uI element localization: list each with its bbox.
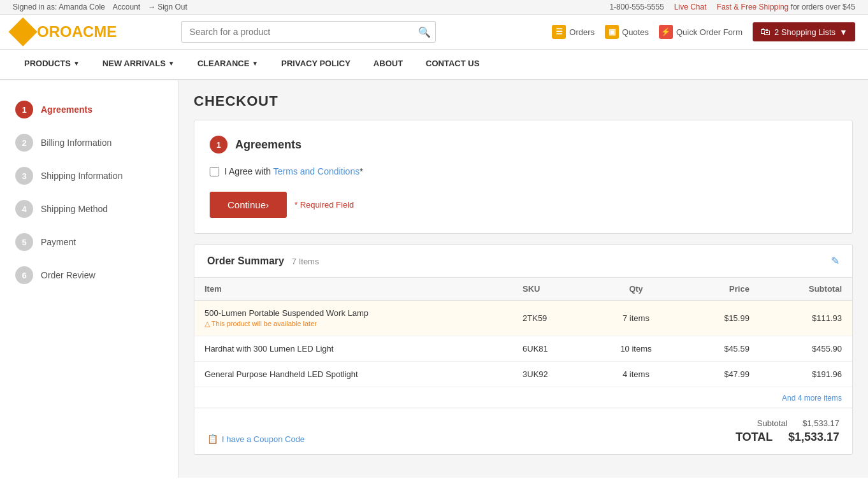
quotes-link[interactable]: ▣ Quotes [605,25,649,39]
quick-order-label: Quick Order Form [676,27,742,37]
order-summary-card: Order Summary 7 Items ✎ Item SKU Qty Pri… [194,244,853,455]
edit-order-icon[interactable]: ✎ [831,255,839,267]
header-actions: ☰ Orders ▣ Quotes ⚡ Quick Order Form 🛍 2… [552,22,855,41]
warning-icon: △ [205,320,210,327]
step-1-circle: 1 [15,101,33,118]
bottom-section: 📋 I have a Coupon Code Subtotal $1,533.1… [194,408,852,454]
logo-text: OROACME [37,23,117,41]
table-header-row: Item SKU Qty Price Subtotal [194,278,852,301]
search-button[interactable]: 🔍 [418,26,431,38]
quotes-label: Quotes [622,27,649,37]
top-bar-right: 1-800-555-5555 Live Chat Fast & Free Shi… [609,3,855,11]
nav-item-clearance[interactable]: CLEARANCE ▼ [186,50,270,79]
order-summary-header: Order Summary 7 Items ✎ [194,245,852,278]
step-2-circle: 2 [15,134,33,152]
totals-section: Subtotal $1,533.17 TOTAL $1,533.17 [723,418,839,444]
coupon-icon: 📋 [207,434,218,444]
row1-qty: 7 items [591,301,681,336]
sidebar-item-agreements[interactable]: 1 Agreements [0,93,178,126]
sidebar-item-payment[interactable]: 5 Payment [0,225,178,259]
agreements-checkbox-row: I Agree with Terms and Conditions* [210,166,837,176]
more-items-link[interactable]: And 4 more items [782,394,842,403]
quick-order-icon: ⚡ [659,25,673,39]
sidebar-label-billing: Billing Information [41,138,112,148]
col-price: Price [681,278,760,301]
step-4-circle: 4 [15,200,33,218]
sidebar-item-billing[interactable]: 2 Billing Information [0,126,178,159]
agreements-section-header: 1 Agreements [210,136,837,154]
row1-price: $15.99 [681,301,760,336]
shopping-lists-chevron-icon: ▼ [839,27,848,37]
account-link[interactable]: Account [113,3,140,11]
nav-item-about[interactable]: ABOUT [362,50,414,79]
terms-link[interactable]: Terms and Conditions [273,166,359,176]
main-nav: PRODUCTS ▼ NEW ARRIVALS ▼ CLEARANCE ▼ PR… [0,50,868,80]
nav-item-products[interactable]: PRODUCTS ▼ [13,50,91,79]
live-chat-link[interactable]: Live Chat [674,3,707,11]
row3-sku: 3UK92 [512,362,591,387]
agreements-title: Agreements [235,138,301,152]
subtotal-row: Subtotal $1,533.17 [723,418,839,428]
sidebar-label-agreements: Agreements [41,104,92,115]
row1-subtotal: $111.93 [760,301,852,336]
sidebar-item-shipping-method[interactable]: 4 Shipping Method [0,192,178,225]
sidebar-label-payment: Payment [41,237,76,247]
page-title: CHECKOUT [194,93,853,110]
nav-item-new-arrivals[interactable]: NEW ARRIVALS ▼ [91,50,186,79]
total-row: TOTAL $1,533.17 [723,431,839,444]
sidebar-label-shipping-method: Shipping Method [41,204,108,214]
row2-qty: 10 items [591,336,681,362]
coupon-label: I have a Coupon Code [222,434,305,444]
step-3-circle: 3 [15,167,33,185]
coupon-link[interactable]: 📋 I have a Coupon Code [207,434,305,444]
continue-button[interactable]: Continue› [210,192,287,218]
table-row: 500-Lumen Portable Suspended Work Lamp △… [194,301,852,336]
top-bar: Signed in as: Amanda Cole Account →Sign … [0,0,868,15]
sidebar-item-order-review[interactable]: 6 Order Review [0,259,178,292]
quick-order-link[interactable]: ⚡ Quick Order Form [659,25,742,39]
sidebar-label-order-review: Order Review [41,270,96,280]
terms-checkbox[interactable] [210,167,219,176]
col-qty: Qty [591,278,681,301]
row2-sku: 6UK81 [512,336,591,362]
orders-link[interactable]: ☰ Orders [552,25,595,39]
sign-out-icon: → [148,3,156,11]
continue-row: Continue› * Required Field [210,192,837,218]
agreements-card-body: 1 Agreements I Agree with Terms and Cond… [194,120,852,233]
col-item: Item [194,278,512,301]
sidebar: 1 Agreements 2 Billing Information 3 Shi… [0,80,178,478]
required-field-text: * Required Field [294,200,354,210]
orders-label: Orders [569,27,595,37]
order-summary-title-group: Order Summary 7 Items [207,255,319,267]
col-subtotal: Subtotal [760,278,852,301]
row2-subtotal: $455.90 [760,336,852,362]
row1-sku: 2TK59 [512,301,591,336]
agreements-number: 1 [210,136,228,154]
shopping-lists-button[interactable]: 🛍 2 Shopping Lists ▼ [753,22,855,41]
search-bar: 🔍 [181,21,436,43]
shopping-lists-icon: 🛍 [760,26,770,38]
order-summary-title: Order Summary [207,255,284,266]
signed-in-text: Signed in as: Amanda Cole [13,3,105,11]
products-chevron-icon: ▼ [73,60,80,67]
main-layout: 1 Agreements 2 Billing Information 3 Shi… [0,80,868,478]
more-items-row: And 4 more items [194,387,852,408]
orders-icon: ☰ [552,25,566,39]
total-value: $1,533.17 [788,431,839,443]
sidebar-item-shipping-info[interactable]: 3 Shipping Information [0,159,178,192]
checkbox-label-text: I Agree with Terms and Conditions* [224,166,363,176]
row1-warning: △ This product will be available later [205,320,502,328]
order-table: Item SKU Qty Price Subtotal 500-Lumen Po… [194,278,852,387]
row3-price: $47.99 [681,362,760,387]
order-summary-count: 7 Items [292,257,319,266]
sidebar-label-shipping-info: Shipping Information [41,171,122,181]
sign-out-link[interactable]: →Sign Out [148,3,187,11]
total-label: TOTAL [735,431,772,443]
nav-item-privacy[interactable]: PRIVACY POLICY [270,50,362,79]
nav-item-contact[interactable]: CONTACT US [414,50,491,79]
top-bar-left: Signed in as: Amanda Cole Account →Sign … [13,3,187,11]
row3-qty: 4 items [591,362,681,387]
search-input[interactable] [181,21,436,43]
nav-left: PRODUCTS ▼ NEW ARRIVALS ▼ CLEARANCE ▼ PR… [13,50,491,79]
logo[interactable]: OROACME [13,22,117,42]
